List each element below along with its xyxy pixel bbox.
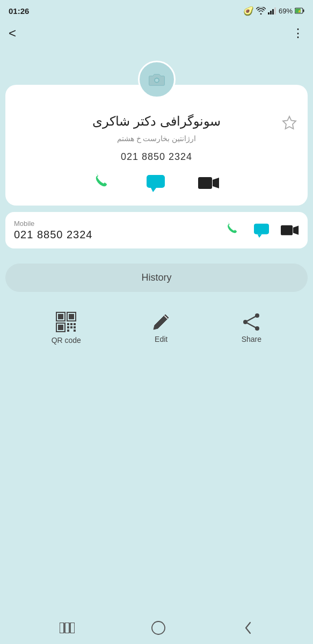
qrcode-icon [55, 311, 77, 333]
star-icon [282, 115, 297, 130]
mobile-actions [226, 222, 299, 238]
svg-rect-6 [303, 10, 304, 12]
svg-rect-15 [254, 224, 269, 235]
share-icon [241, 312, 261, 332]
status-bar: 01:26 🥑 69% ⚡ [0, 0, 313, 19]
call-button[interactable] [94, 173, 113, 193]
avatar-area [0, 47, 313, 79]
back-button[interactable]: < [9, 26, 16, 41]
svg-rect-25 [67, 323, 69, 325]
system-back-icon [243, 620, 253, 635]
mobile-number: 021 8850 2324 [14, 229, 92, 241]
svg-rect-32 [74, 326, 76, 328]
mobile-phone-icon [226, 222, 242, 238]
svg-rect-17 [281, 225, 293, 236]
signal-icon [268, 7, 276, 14]
phone-icon [94, 173, 113, 193]
edit-icon [151, 312, 171, 332]
svg-rect-3 [274, 8, 276, 14]
mobile-card: Mobile 021 8850 2324 [5, 212, 308, 248]
more-button[interactable]: ⋮ [292, 26, 304, 40]
battery-icon: ⚡ [295, 8, 304, 14]
svg-rect-27 [74, 323, 76, 325]
top-nav: < ⋮ [0, 19, 313, 47]
avatar[interactable] [138, 61, 176, 98]
svg-marker-10 [283, 116, 296, 129]
svg-rect-38 [60, 623, 64, 633]
svg-line-37 [245, 322, 257, 328]
edit-button[interactable]: Edit [151, 312, 171, 343]
contact-card: سونوگرافی دکتر شاکری ارژانتین بخارست خ ه… [5, 85, 308, 206]
svg-marker-12 [151, 188, 156, 192]
system-back-button[interactable] [243, 620, 253, 635]
contact-actions [16, 173, 297, 193]
svg-rect-24 [58, 325, 63, 330]
home-button[interactable] [151, 620, 166, 635]
mobile-video-icon [281, 224, 299, 237]
svg-rect-40 [70, 623, 75, 633]
home-icon [151, 620, 166, 635]
camera-icon [148, 71, 165, 88]
svg-rect-22 [69, 314, 74, 319]
svg-rect-2 [272, 9, 274, 14]
history-button[interactable]: History [5, 264, 308, 292]
system-nav [0, 612, 313, 644]
app-icon: 🥑 [243, 6, 254, 16]
mobile-label: Mobile [14, 219, 92, 228]
svg-point-41 [152, 621, 165, 634]
contact-subtitle: ارژانتین بخارست خ هشتم [16, 134, 297, 143]
share-label: Share [242, 335, 261, 343]
svg-rect-26 [70, 323, 72, 325]
favorite-button[interactable] [282, 115, 297, 130]
edit-label: Edit [155, 335, 168, 343]
svg-rect-29 [70, 326, 72, 328]
battery-text: 69% [279, 7, 293, 15]
svg-rect-11 [147, 175, 165, 188]
chat-icon [145, 174, 166, 192]
contact-name: سونوگرافی دکتر شاکری [16, 112, 297, 131]
recent-apps-icon [60, 623, 75, 633]
mobile-info: Mobile 021 8850 2324 [14, 219, 92, 241]
video-icon [198, 175, 220, 191]
svg-text:⚡: ⚡ [297, 9, 302, 13]
qrcode-button[interactable]: QR code [52, 311, 81, 345]
svg-rect-1 [270, 11, 272, 14]
video-button[interactable] [198, 175, 220, 191]
status-time: 01:26 [9, 6, 29, 16]
status-icons: 🥑 69% ⚡ [243, 6, 304, 16]
svg-rect-28 [67, 326, 69, 328]
mobile-video-button[interactable] [281, 224, 299, 237]
svg-point-9 [155, 78, 158, 82]
qrcode-label: QR code [52, 336, 81, 345]
svg-rect-30 [74, 330, 76, 332]
svg-rect-31 [67, 330, 69, 332]
svg-marker-16 [258, 234, 262, 238]
svg-rect-20 [58, 314, 63, 319]
mobile-call-button[interactable] [226, 222, 242, 238]
mobile-message-button[interactable] [253, 223, 270, 238]
mobile-chat-icon [253, 223, 270, 238]
svg-rect-0 [268, 12, 270, 14]
share-button[interactable]: Share [241, 312, 261, 343]
contact-phone: 021 8850 2324 [16, 151, 297, 163]
svg-marker-14 [213, 178, 219, 188]
svg-rect-13 [198, 177, 212, 189]
message-button[interactable] [145, 174, 166, 192]
bottom-actions: QR code Edit Share [5, 311, 308, 345]
history-section: History [5, 264, 308, 292]
wifi-icon [256, 7, 266, 14]
svg-rect-39 [65, 623, 69, 633]
recent-apps-button[interactable] [60, 623, 75, 633]
svg-marker-18 [293, 226, 299, 235]
svg-line-36 [245, 316, 257, 322]
